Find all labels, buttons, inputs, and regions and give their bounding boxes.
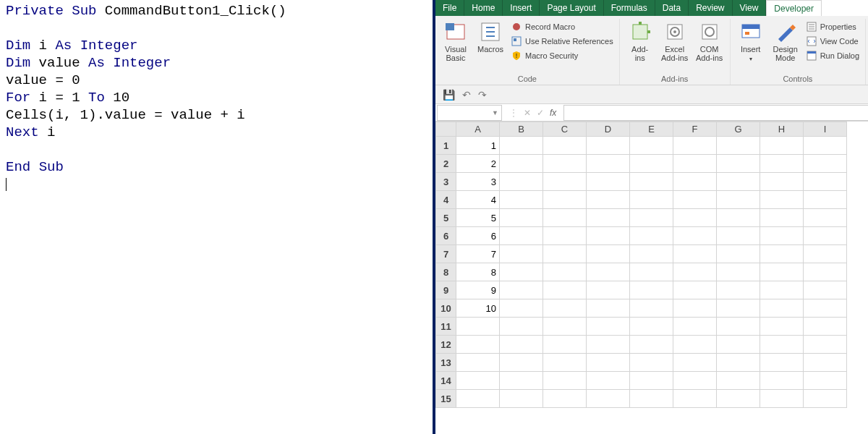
cancel-icon[interactable]: ✕	[524, 108, 531, 118]
cell-B8[interactable]	[500, 263, 543, 281]
column-header-G[interactable]: G	[717, 122, 760, 137]
cell-B1[interactable]	[500, 137, 543, 155]
column-header-E[interactable]: E	[630, 122, 673, 137]
cell-C11[interactable]	[543, 318, 587, 336]
row-header-12[interactable]: 12	[436, 336, 456, 354]
cell-E10[interactable]	[630, 299, 673, 318]
cell-G10[interactable]	[717, 299, 760, 318]
cell-H8[interactable]	[760, 263, 804, 281]
cell-A10[interactable]: 10	[456, 299, 500, 318]
cell-F12[interactable]	[673, 336, 717, 354]
cell-E11[interactable]	[630, 318, 673, 336]
cell-F4[interactable]	[673, 191, 717, 209]
cell-H12[interactable]	[760, 336, 804, 354]
cell-I7[interactable]	[804, 245, 847, 263]
row-header-8[interactable]: 8	[436, 263, 456, 281]
cell-G14[interactable]	[717, 372, 760, 390]
cell-A6[interactable]: 6	[456, 227, 500, 245]
column-header-I[interactable]: I	[804, 122, 847, 137]
cell-E13[interactable]	[630, 354, 673, 372]
cell-F14[interactable]	[673, 372, 717, 390]
cell-C14[interactable]	[543, 372, 587, 390]
cell-C1[interactable]	[543, 137, 587, 155]
tab-insert[interactable]: Insert	[503, 0, 540, 16]
row-header-14[interactable]: 14	[436, 372, 456, 390]
vba-code-editor[interactable]: Private Sub CommandButton1_Click() Dim i…	[0, 0, 433, 434]
cell-B15[interactable]	[500, 390, 543, 408]
cell-C12[interactable]	[543, 336, 587, 354]
cell-A7[interactable]: 7	[456, 245, 500, 263]
cell-E5[interactable]	[630, 209, 673, 227]
cell-G11[interactable]	[717, 318, 760, 336]
cell-E6[interactable]	[630, 227, 673, 245]
cell-B5[interactable]	[500, 209, 543, 227]
properties-button[interactable]: Properties	[804, 20, 861, 33]
cell-G6[interactable]	[717, 227, 760, 245]
cell-I9[interactable]	[804, 281, 847, 299]
cell-H15[interactable]	[760, 390, 804, 408]
cell-E8[interactable]	[630, 263, 673, 281]
column-header-H[interactable]: H	[760, 122, 804, 137]
undo-icon[interactable]: ↶	[462, 89, 471, 101]
cell-B3[interactable]	[500, 173, 543, 191]
cell-G3[interactable]	[717, 173, 760, 191]
cell-C4[interactable]	[543, 191, 587, 209]
run-dialog-button[interactable]: Run Dialog	[804, 49, 861, 62]
cell-G7[interactable]	[717, 245, 760, 263]
cell-H9[interactable]	[760, 281, 804, 299]
cell-B9[interactable]	[500, 281, 543, 299]
cell-E4[interactable]	[630, 191, 673, 209]
cell-F11[interactable]	[673, 318, 717, 336]
cell-A2[interactable]: 2	[456, 155, 500, 173]
cell-D8[interactable]	[587, 263, 630, 281]
row-header-4[interactable]: 4	[436, 191, 456, 209]
cell-D4[interactable]	[587, 191, 630, 209]
cell-A15[interactable]	[456, 390, 500, 408]
cell-D1[interactable]	[587, 137, 630, 155]
cell-C2[interactable]	[543, 155, 587, 173]
cell-A13[interactable]	[456, 354, 500, 372]
cell-C6[interactable]	[543, 227, 587, 245]
redo-icon[interactable]: ↷	[478, 89, 487, 101]
cell-A8[interactable]: 8	[456, 263, 500, 281]
cell-H11[interactable]	[760, 318, 804, 336]
cell-A11[interactable]	[456, 318, 500, 336]
tab-developer[interactable]: Developer	[766, 0, 822, 16]
column-header-F[interactable]: F	[673, 122, 717, 137]
cell-G15[interactable]	[717, 390, 760, 408]
cell-C10[interactable]	[543, 299, 587, 318]
cell-G1[interactable]	[717, 137, 760, 155]
cell-D2[interactable]	[587, 155, 630, 173]
cell-G12[interactable]	[717, 336, 760, 354]
cell-H2[interactable]	[760, 155, 804, 173]
cell-A4[interactable]: 4	[456, 191, 500, 209]
row-header-6[interactable]: 6	[436, 227, 456, 245]
cell-D3[interactable]	[587, 173, 630, 191]
cell-F5[interactable]	[673, 209, 717, 227]
cell-D7[interactable]	[587, 245, 630, 263]
fx-icon[interactable]: fx	[550, 108, 556, 118]
cell-H7[interactable]	[760, 245, 804, 263]
macros-button[interactable]: Macros	[475, 19, 506, 54]
row-header-13[interactable]: 13	[436, 354, 456, 372]
cell-C15[interactable]	[543, 390, 587, 408]
cell-F9[interactable]	[673, 281, 717, 299]
cell-H13[interactable]	[760, 354, 804, 372]
cell-H1[interactable]	[760, 137, 804, 155]
cell-F6[interactable]	[673, 227, 717, 245]
cell-G9[interactable]	[717, 281, 760, 299]
cell-E15[interactable]	[630, 390, 673, 408]
cell-G2[interactable]	[717, 155, 760, 173]
column-header-A[interactable]: A	[456, 122, 500, 137]
cell-F7[interactable]	[673, 245, 717, 263]
cell-F13[interactable]	[673, 354, 717, 372]
cell-B6[interactable]	[500, 227, 543, 245]
tab-data[interactable]: Data	[655, 0, 689, 16]
insert-button[interactable]: Insert▾	[735, 19, 767, 64]
formula-input[interactable]	[563, 105, 868, 121]
tab-review[interactable]: Review	[689, 0, 732, 16]
cell-D12[interactable]	[587, 336, 630, 354]
cell-E12[interactable]	[630, 336, 673, 354]
row-header-7[interactable]: 7	[436, 245, 456, 263]
row-header-15[interactable]: 15	[436, 390, 456, 408]
